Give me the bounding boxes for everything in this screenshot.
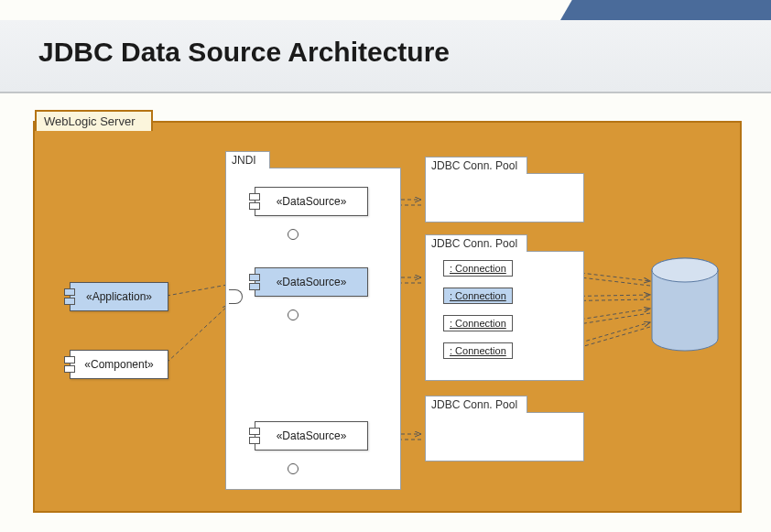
jndi-frame-label: JNDI	[225, 151, 270, 168]
datasource-3: «DataSource»	[255, 421, 368, 451]
server-frame: JNDI «Application» «Component» «DataSour…	[33, 121, 742, 513]
page-title: JDBC Data Source Architecture	[38, 37, 450, 68]
svg-point-5	[652, 258, 718, 282]
pool-3	[425, 412, 584, 461]
datasource-3-label: «DataSource»	[277, 429, 347, 442]
application-box: «Application»	[70, 282, 168, 311]
datasource-1: «DataSource»	[255, 187, 368, 216]
datasource-1-label: «DataSource»	[277, 195, 347, 208]
datasource-2: «DataSource»	[255, 267, 368, 297]
pool-2-label: JDBC Conn. Pool	[425, 234, 527, 252]
component-box: «Component»	[70, 350, 168, 379]
pool-1-label: JDBC Conn. Pool	[425, 157, 527, 174]
pool-1	[425, 173, 584, 223]
connection-3: : Connection	[443, 315, 513, 331]
diagram-canvas: WebLogic Server	[33, 112, 744, 515]
lollipop-icon	[288, 463, 299, 474]
component-label: «Component»	[84, 358, 153, 371]
connection-4: : Connection	[443, 342, 513, 359]
server-frame-label: WebLogic Server	[35, 110, 153, 131]
datasource-2-label: «DataSource»	[277, 276, 347, 288]
lollipop-icon	[288, 309, 299, 320]
application-label: «Application»	[86, 290, 152, 303]
connection-1: : Connection	[443, 260, 513, 277]
title-band: JDBC Data Source Architecture	[0, 20, 771, 93]
lollipop-icon	[288, 229, 299, 240]
pool-3-label: JDBC Conn. Pool	[425, 396, 527, 413]
connection-2: : Connection	[443, 288, 513, 304]
